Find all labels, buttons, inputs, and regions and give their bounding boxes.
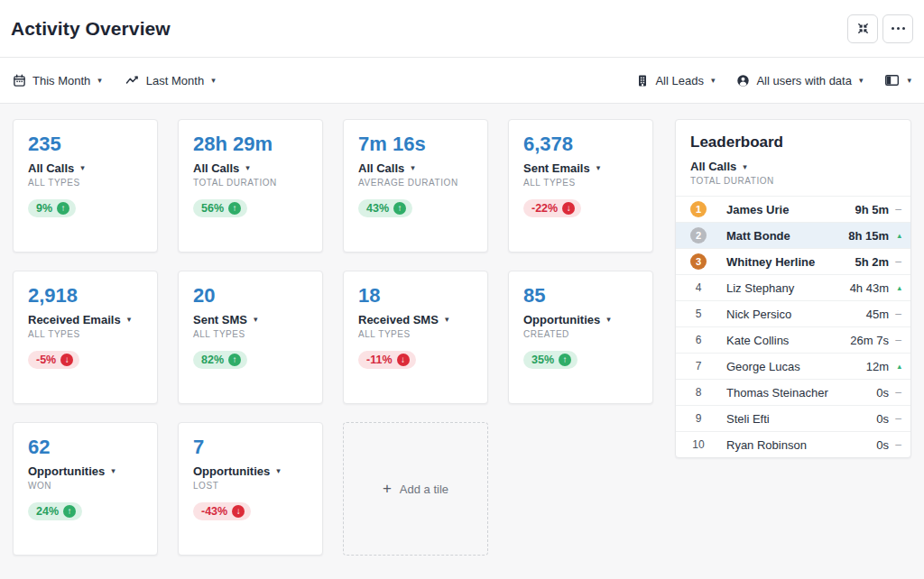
delta-value: 9% xyxy=(36,202,52,215)
metric-label: Opportunities xyxy=(28,464,105,478)
leaderboard-row[interactable]: 5 Nick Persico 45m – xyxy=(676,300,910,326)
metric-value: 2,918 xyxy=(28,283,143,308)
metric-sublabel: ALL TYPES xyxy=(28,329,143,339)
metric-type-dropdown[interactable]: All Calls ▾ xyxy=(193,161,308,175)
leaderboard-row[interactable]: 2 Matt Bonde 8h 15m ▴ xyxy=(676,222,910,248)
calendar-icon xyxy=(13,74,26,87)
metric-type-dropdown[interactable]: Opportunities ▾ xyxy=(523,313,638,326)
plus-icon: + xyxy=(383,480,392,498)
leaderboard-row[interactable]: 4 Liz Stephany 4h 43m ▴ xyxy=(676,274,910,300)
metric-type-dropdown[interactable]: All Calls ▾ xyxy=(28,161,143,175)
rank-badge: 2 xyxy=(690,227,707,244)
delta-badge: 24% ↑ xyxy=(28,502,82,520)
delta-value: 24% xyxy=(36,505,59,518)
rank-badge: 1 xyxy=(690,201,707,217)
tiles-grid: 235 All Calls ▾ ALL TYPES 9% ↑ 28h 29m A… xyxy=(13,119,653,556)
metric-type-dropdown[interactable]: Received Emails ▾ xyxy=(28,313,143,326)
leaderboard-row[interactable]: 1 James Urie 9h 5m – xyxy=(676,196,910,222)
delta-arrow-icon: ↑ xyxy=(57,202,69,215)
delta-arrow-icon: ↑ xyxy=(393,202,406,215)
chevron-down-icon: ▾ xyxy=(245,163,250,172)
leaderboard-metric-dropdown[interactable]: All Calls ▾ xyxy=(690,160,896,173)
metric-sublabel: TOTAL DURATION xyxy=(193,178,308,188)
users-filter[interactable]: All users with data ▾ xyxy=(736,74,863,87)
metric-type-dropdown[interactable]: All Calls ▾ xyxy=(358,161,473,175)
delta-value: -11% xyxy=(366,354,393,366)
metric-tile: 20 Sent SMS ▾ ALL TYPES 82% ↑ xyxy=(178,271,323,404)
trend-icon: – xyxy=(889,412,901,425)
user-name: George Lucas xyxy=(726,360,866,373)
user-icon xyxy=(736,74,750,87)
delta-arrow-icon: ↓ xyxy=(397,354,410,366)
metric-value: 20 xyxy=(193,283,308,308)
user-name: Thomas Steinacher xyxy=(726,386,876,400)
metric-label: All Calls xyxy=(193,161,239,175)
leads-filter-label: All Leads xyxy=(655,74,703,87)
metric-type-dropdown[interactable]: Opportunities ▾ xyxy=(28,464,143,478)
expand-icon xyxy=(856,22,870,35)
period-filter[interactable]: This Month ▾ xyxy=(13,74,102,87)
rank-badge: 7 xyxy=(690,358,707,374)
delta-badge: -43% ↓ xyxy=(193,502,251,520)
metric-tile: 18 Received SMS ▾ ALL TYPES -11% ↓ xyxy=(343,271,488,404)
delta-value: 56% xyxy=(201,202,224,215)
delta-badge: -22% ↓ xyxy=(523,199,581,217)
metric-sublabel: WON xyxy=(28,481,143,491)
delta-value: -22% xyxy=(531,202,558,215)
metric-tile: 62 Opportunities ▾ WON 24% ↑ xyxy=(13,422,158,556)
expand-button[interactable] xyxy=(847,14,878,43)
delta-arrow-icon: ↑ xyxy=(63,505,76,518)
leaderboard-panel: Leaderboard All Calls ▾ TOTAL DURATION 1… xyxy=(675,119,911,458)
user-name: Matt Bonde xyxy=(726,229,848,243)
duration-value: 5h 2m xyxy=(855,255,889,269)
layout-selector[interactable]: ▾ xyxy=(884,74,911,87)
leaderboard-rows: 1 James Urie 9h 5m – 2 Matt Bonde 8h 15m… xyxy=(676,196,910,457)
metric-label: Sent SMS xyxy=(193,313,247,326)
metric-type-dropdown[interactable]: Sent SMS ▾ xyxy=(193,313,308,326)
metric-value: 62 xyxy=(28,435,143,460)
add-tile-label: Add a tile xyxy=(400,482,448,496)
chevron-down-icon: ▾ xyxy=(80,163,85,172)
delta-value: 43% xyxy=(366,202,389,215)
trend-icon xyxy=(125,74,140,87)
metric-label: All Calls xyxy=(28,161,74,175)
delta-arrow-icon: ↓ xyxy=(232,505,245,518)
chevron-down-icon: ▾ xyxy=(276,466,281,475)
metric-type-dropdown[interactable]: Sent Emails ▾ xyxy=(523,161,638,175)
rank-badge: 8 xyxy=(690,384,707,400)
metric-sublabel: AVERAGE DURATION xyxy=(358,178,473,188)
delta-value: -5% xyxy=(36,354,56,366)
metric-sublabel: ALL TYPES xyxy=(358,329,473,339)
duration-value: 26m 7s xyxy=(850,334,889,347)
leaderboard-row[interactable]: 8 Thomas Steinacher 0s – xyxy=(676,379,910,405)
user-name: Liz Stephany xyxy=(726,281,850,295)
trend-icon: – xyxy=(889,203,901,216)
metric-label: Received SMS xyxy=(358,313,439,326)
rank-badge: 9 xyxy=(690,410,707,427)
trend-icon: – xyxy=(889,334,901,346)
metric-tile: 2,918 Received Emails ▾ ALL TYPES -5% ↓ xyxy=(13,271,158,404)
chevron-down-icon: ▾ xyxy=(711,76,716,85)
user-name: Kate Collins xyxy=(726,334,850,347)
comparison-filter[interactable]: Last Month ▾ xyxy=(125,74,216,87)
trend-icon: – xyxy=(889,386,901,399)
trend-icon: ▴ xyxy=(889,362,901,371)
leaderboard-row[interactable]: 3 Whitney Herline 5h 2m – xyxy=(676,248,910,274)
leaderboard-metric-label: All Calls xyxy=(690,160,736,173)
ellipsis-icon xyxy=(892,27,905,30)
leaderboard-row[interactable]: 7 George Lucas 12m ▴ xyxy=(676,353,910,379)
leaderboard-row[interactable]: 9 Steli Efti 0s – xyxy=(676,405,910,431)
leaderboard-title: Leaderboard xyxy=(690,133,896,152)
metric-sublabel: ALL TYPES xyxy=(523,178,638,188)
more-options-button[interactable] xyxy=(882,14,913,43)
add-tile-button[interactable]: + Add a tile xyxy=(343,422,488,556)
chevron-down-icon: ▾ xyxy=(127,315,132,324)
metric-type-dropdown[interactable]: Received SMS ▾ xyxy=(358,313,473,326)
metric-type-dropdown[interactable]: Opportunities ▾ xyxy=(193,464,308,478)
user-name: Whitney Herline xyxy=(726,255,855,269)
leaderboard-row[interactable]: 10 Ryan Robinson 0s – xyxy=(676,431,910,457)
leads-filter[interactable]: All Leads ▾ xyxy=(636,74,715,87)
trend-icon: – xyxy=(889,255,901,268)
delta-badge: 82% ↑ xyxy=(193,351,247,369)
leaderboard-row[interactable]: 6 Kate Collins 26m 7s – xyxy=(676,326,910,353)
